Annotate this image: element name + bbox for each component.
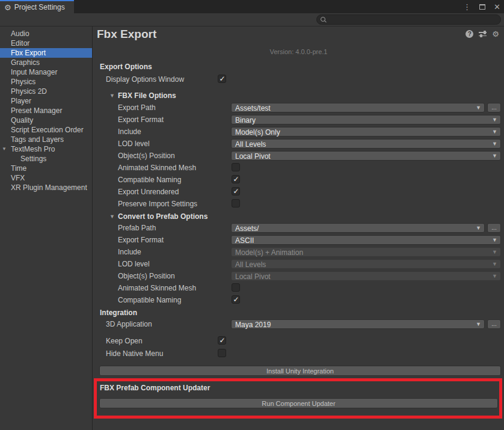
project-settings-window: ⚙ Project Settings ⋮ ✕ Audio Editor Fbx … (0, 0, 504, 430)
export-unrendered-row: Export Unrendered (93, 187, 504, 197)
preserve-import-settings-row: Preserve Import Settings (93, 199, 504, 209)
3d-application-label: 3D Application (106, 320, 152, 328)
page-title: Fbx Export (97, 28, 156, 41)
help-icon[interactable]: ? (466, 30, 473, 38)
version-text: Version: 4.0.0-pre.1 (93, 48, 504, 55)
prefab-objects-position-dropdown: Local Pivot (231, 271, 501, 281)
sidebar-item-script-execution-order[interactable]: Script Execution Order (0, 125, 92, 135)
sidebar-item-editor[interactable]: Editor (0, 38, 92, 48)
hide-native-menu-label: Hide Native Menu (106, 349, 163, 358)
highlight-red-box: FBX Prefab Component Updater Run Compone… (94, 378, 502, 419)
settings-sidebar: Audio Editor Fbx Export Graphics Input M… (0, 26, 93, 430)
tab-project-settings[interactable]: ⚙ Project Settings (0, 0, 74, 13)
chevron-down-icon (476, 321, 481, 327)
prefab-objects-position-label: Object(s) Position (118, 272, 175, 280)
export-path-value: Assets/test (235, 104, 271, 112)
kebab-menu-icon[interactable]: ⋮ (463, 3, 471, 11)
export-path-browse-button[interactable]: ... (487, 103, 501, 112)
export-unrendered-checkbox[interactable] (232, 187, 240, 195)
display-options-window-row: Display Options Window (93, 75, 504, 84)
animated-skinned-mesh-label: Animated Skinned Mesh (118, 164, 196, 172)
sidebar-item-time[interactable]: Time (0, 164, 92, 173)
close-icon[interactable]: ✕ (494, 3, 500, 11)
chevron-down-icon (476, 105, 481, 111)
export-format-dropdown[interactable]: Binary (231, 115, 501, 124)
chevron-down-icon (476, 225, 481, 231)
sidebar-item-tags-and-layers[interactable]: Tags and Layers (0, 135, 92, 144)
sidebar-item-input-manager[interactable]: Input Manager (0, 67, 92, 77)
3d-application-dropdown[interactable]: Maya 2019 (231, 319, 485, 329)
search-icon (321, 17, 327, 23)
sidebar-item-quality[interactable]: Quality (0, 115, 92, 125)
prefab-animated-skinned-mesh-checkbox[interactable] (232, 283, 240, 292)
hide-native-menu-row: Hide Native Menu (93, 349, 504, 358)
prefab-animated-skinned-mesh-label: Animated Skinned Mesh (118, 284, 196, 292)
search-box[interactable] (316, 14, 501, 25)
sidebar-item-preset-manager[interactable]: Preset Manager (0, 106, 92, 115)
prefab-compatible-naming-row: Compatible Naming (93, 295, 504, 305)
fbx-prefab-component-updater-header: FBX Prefab Component Updater (100, 384, 210, 392)
foldout-open-icon[interactable] (2, 144, 7, 154)
sidebar-item-graphics[interactable]: Graphics (0, 58, 92, 67)
animated-skinned-mesh-checkbox[interactable] (232, 163, 240, 171)
sidebar-item-physics-2d[interactable]: Physics 2D (0, 87, 92, 96)
display-options-window-checkbox[interactable] (218, 75, 226, 83)
sidebar-item-audio[interactable]: Audio (0, 29, 92, 38)
compatible-naming-label: Compatible Naming (118, 176, 181, 184)
prefab-path-browse-button[interactable]: ... (487, 223, 501, 233)
chevron-down-icon (492, 273, 497, 279)
sidebar-item-xr-plugin-management[interactable]: XR Plugin Management (0, 183, 92, 192)
include-dropdown[interactable]: Model(s) Only (231, 127, 501, 137)
objects-position-dropdown[interactable]: Local Pivot (231, 151, 501, 161)
keep-open-checkbox[interactable] (218, 336, 226, 345)
sidebar-item-label: TextMesh Pro (11, 145, 55, 153)
run-component-updater-button[interactable]: Run Component Updater (99, 398, 498, 408)
header-icons: ? ⚙ (466, 30, 499, 38)
export-options-header: Export Options (100, 63, 152, 71)
lod-level-label: LOD level (118, 140, 150, 148)
prefab-export-format-row: Export Format ASCII (93, 235, 504, 245)
sidebar-item-vfx[interactable]: VFX (0, 173, 92, 183)
export-path-row: Export Path Assets/test ... (93, 103, 504, 112)
tab-label: Project Settings (14, 3, 65, 11)
preserve-import-settings-checkbox[interactable] (232, 199, 240, 207)
prefab-include-row: Include Model(s) + Animation (93, 247, 504, 257)
presets-icon[interactable] (479, 31, 487, 38)
prefab-include-label: Include (118, 248, 141, 256)
chevron-down-icon (492, 117, 497, 123)
export-format-label: Export Format (118, 115, 164, 124)
prefab-export-format-dropdown[interactable]: ASCII (231, 235, 501, 245)
prefab-compatible-naming-checkbox[interactable] (232, 295, 240, 304)
foldout-open-icon (109, 213, 115, 220)
sidebar-item-textmesh-pro[interactable]: TextMesh Pro (0, 144, 92, 154)
sidebar-item-player[interactable]: Player (0, 96, 92, 106)
display-options-window-label: Display Options Window (106, 75, 184, 84)
fbx-file-options-foldout[interactable]: FBX File Options (93, 91, 504, 100)
prefab-lod-level-label: LOD level (118, 260, 150, 268)
maximize-icon[interactable] (479, 4, 485, 10)
sidebar-item-fbx-export[interactable]: Fbx Export (0, 48, 92, 58)
settings-gear-icon[interactable]: ⚙ (492, 30, 499, 38)
convert-to-prefab-options-foldout[interactable]: Convert to Prefab Options (93, 212, 504, 221)
export-unrendered-label: Export Unrendered (118, 188, 179, 196)
3d-application-browse-button[interactable]: ... (487, 319, 501, 329)
export-path-label: Export Path (118, 103, 156, 112)
gear-icon: ⚙ (4, 4, 11, 11)
compatible-naming-checkbox[interactable] (232, 175, 240, 183)
export-path-dropdown[interactable]: Assets/test (231, 103, 485, 112)
fbx-export-panel: Fbx Export ? ⚙ Version: 4.0.0-pre.1 Expo… (93, 26, 504, 430)
objects-position-row: Object(s) Position Local Pivot (93, 151, 504, 161)
prefab-compatible-naming-label: Compatible Naming (118, 296, 181, 304)
install-unity-integration-button[interactable]: Install Unity Integration (99, 366, 501, 376)
prefab-path-dropdown[interactable]: Assets/ (231, 223, 485, 233)
sidebar-item-physics[interactable]: Physics (0, 77, 92, 87)
toolbar (0, 13, 504, 26)
objects-position-label: Object(s) Position (118, 152, 175, 160)
keep-open-row: Keep Open (93, 336, 504, 346)
search-input[interactable] (329, 16, 500, 23)
sidebar-item-textmesh-settings[interactable]: Settings (0, 154, 92, 164)
prefab-animated-skinned-mesh-row: Animated Skinned Mesh (93, 283, 504, 293)
hide-native-menu-checkbox[interactable] (218, 349, 226, 357)
foldout-open-icon (109, 93, 115, 99)
lod-level-dropdown[interactable]: All Levels (231, 139, 501, 149)
